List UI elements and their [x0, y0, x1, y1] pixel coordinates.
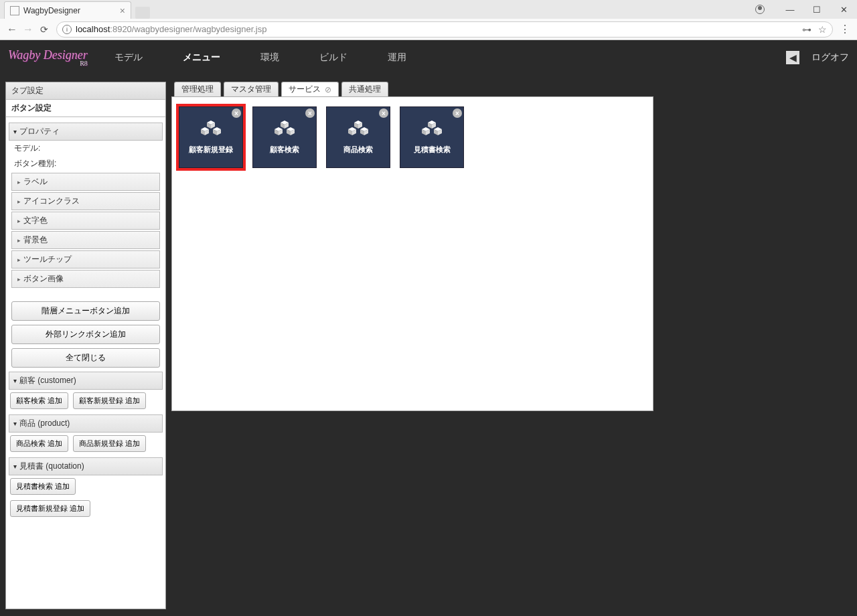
collapse-icon[interactable]: ◀ [786, 51, 799, 64]
group-customer-header[interactable]: ▾顧客 (customer) [9, 372, 163, 390]
tile-delete-icon[interactable]: × [379, 108, 388, 118]
customer-search-add-button[interactable]: 顧客検索 追加 [10, 392, 68, 409]
left-panel: タブ設定 ボタン設定 ▾プロパティ モデル: ボタン種別: ▸ラベル ▸アイコン… [5, 82, 166, 609]
app-topbar: Wagby DesignerR8 モデル メニュー 環境 ビルド 運用 ◀ ログ… [0, 40, 857, 75]
prop-bgcolor[interactable]: ▸背景色 [11, 231, 160, 249]
canvas: × 顧客新規登録 × 顧客検索 × 商品検索 × 見積書検索 [171, 96, 653, 411]
tab-title: WagbyDesigner [23, 6, 80, 15]
tile-delete-icon[interactable]: × [305, 108, 315, 118]
property-header[interactable]: ▾プロパティ [9, 123, 163, 141]
tile-customer-search[interactable]: × 顧客検索 [252, 106, 317, 168]
boxes-icon [420, 121, 444, 139]
address-box[interactable]: i localhost:8920/wagbydesigner/wagbydesi… [56, 21, 833, 37]
user-icon[interactable] [755, 5, 765, 14]
group-quotation-header[interactable]: ▾見積書 (quotation) [9, 457, 163, 475]
nav-model[interactable]: モデル [114, 52, 143, 64]
window-minimize[interactable]: — [777, 0, 803, 19]
tile-label: 商品検索 [343, 145, 373, 155]
tile-label: 見積書検索 [414, 145, 451, 155]
tab-close-icon[interactable]: ⊘ [325, 85, 331, 94]
back-button[interactable]: ← [4, 23, 20, 35]
main-area: タブ設定 ボタン設定 ▾プロパティ モデル: ボタン種別: ▸ラベル ▸アイコン… [0, 75, 857, 616]
page-icon [10, 6, 19, 15]
tab-common[interactable]: 共通処理 [341, 82, 388, 96]
browser-tab[interactable]: WagbyDesigner × [4, 1, 131, 19]
left-panel-body: ▾プロパティ モデル: ボタン種別: ▸ラベル ▸アイコンクラス ▸文字色 ▸背… [6, 117, 165, 609]
content-tab-strip: 管理処理 マスタ管理 サービス⊘ 共通処理 [171, 82, 852, 96]
prop-tooltip[interactable]: ▸ツールチップ [11, 250, 160, 268]
key-icon[interactable]: ⊶ [802, 24, 811, 35]
browser-menu-icon[interactable]: ⋮ [837, 23, 853, 35]
nav-menu[interactable]: メニュー [183, 52, 220, 64]
model-label: モデル: [9, 141, 163, 156]
nav-operate[interactable]: 運用 [388, 52, 406, 64]
prop-label[interactable]: ▸ラベル [11, 173, 160, 191]
window-controls: — ☐ ✕ [755, 0, 857, 19]
button-type-label: ボタン種別: [9, 156, 163, 171]
prop-textcolor[interactable]: ▸文字色 [11, 212, 160, 230]
browser-tab-bar: WagbyDesigner × — ☐ ✕ [0, 0, 857, 19]
browser-address-bar: ← → ⟳ i localhost:8920/wagbydesigner/wag… [0, 19, 857, 40]
prop-iconclass[interactable]: ▸アイコンクラス [11, 192, 160, 210]
add-hierarchy-menu-button[interactable]: 階層メニューボタン追加 [11, 301, 160, 321]
tab-close-icon[interactable]: × [120, 5, 125, 16]
tab-master[interactable]: マスタ管理 [224, 82, 279, 96]
reload-button[interactable]: ⟳ [36, 24, 52, 35]
close-all-button[interactable]: 全て閉じる [11, 348, 160, 368]
tile-quotation-search[interactable]: × 見積書検索 [400, 106, 464, 168]
url-text: localhost:8920/wagbydesigner/wagbydesign… [76, 24, 797, 34]
left-tab-tabsettings[interactable]: タブ設定 [6, 82, 165, 100]
tile-customer-new[interactable]: × 顧客新規登録 [179, 106, 243, 168]
top-nav: モデル メニュー 環境 ビルド 運用 [114, 52, 406, 64]
star-icon[interactable]: ☆ [818, 24, 827, 35]
nav-env[interactable]: 環境 [260, 52, 279, 64]
left-tab-buttonsettings[interactable]: ボタン設定 [6, 100, 165, 117]
site-info-icon[interactable]: i [62, 25, 72, 34]
group-product-header[interactable]: ▾商品 (product) [9, 414, 163, 433]
tab-service[interactable]: サービス⊘ [281, 82, 339, 96]
right-panel: 管理処理 マスタ管理 サービス⊘ 共通処理 × 顧客新規登録 × 顧客検索 × … [171, 82, 852, 609]
boxes-icon [346, 121, 370, 139]
window-maximize[interactable]: ☐ [803, 0, 830, 19]
app-logo: Wagby DesignerR8 [8, 48, 88, 67]
quotation-search-add-button[interactable]: 見積書検索 追加 [10, 478, 76, 495]
tile-label: 顧客検索 [270, 145, 299, 155]
forward-button[interactable]: → [20, 23, 36, 35]
tab-admin[interactable]: 管理処理 [174, 82, 221, 96]
prop-buttonimage[interactable]: ▸ボタン画像 [11, 270, 160, 288]
tile-delete-icon[interactable]: × [453, 108, 462, 118]
window-close[interactable]: ✕ [830, 0, 857, 19]
tile-delete-icon[interactable]: × [232, 108, 241, 118]
new-tab-button[interactable] [135, 7, 150, 19]
tile-product-search[interactable]: × 商品検索 [326, 106, 390, 168]
customer-new-add-button[interactable]: 顧客新規登録 追加 [73, 392, 146, 409]
add-external-link-button[interactable]: 外部リンクボタン追加 [11, 325, 160, 344]
boxes-icon [199, 121, 223, 139]
nav-build[interactable]: ビルド [319, 52, 347, 64]
tile-label: 顧客新規登録 [189, 145, 233, 155]
logoff-link[interactable]: ログオフ [811, 52, 849, 64]
quotation-new-add-button[interactable]: 見積書新規登録 追加 [10, 500, 90, 517]
boxes-icon [272, 121, 297, 139]
product-new-add-button[interactable]: 商品新規登録 追加 [73, 435, 146, 452]
product-search-add-button[interactable]: 商品検索 追加 [10, 435, 68, 452]
